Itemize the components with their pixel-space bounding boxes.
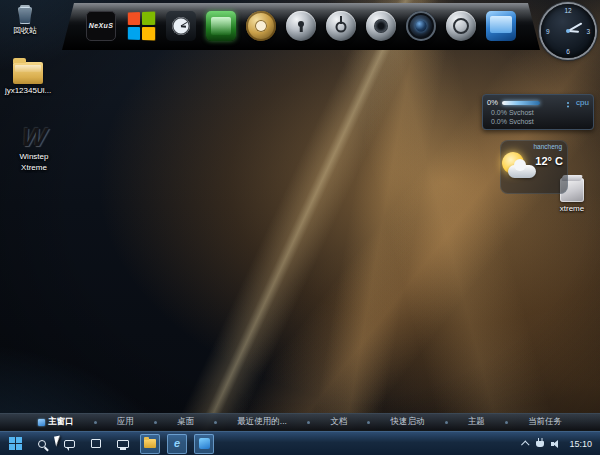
ring-button-icon[interactable] — [446, 11, 476, 41]
tab-label: 主窗口 — [48, 416, 74, 428]
recycle-green-icon[interactable] — [206, 11, 236, 41]
volume-icon[interactable] — [551, 439, 562, 449]
tab-separator — [214, 421, 217, 424]
tab-desktop[interactable]: 桌面 — [177, 416, 194, 428]
nexus-logo-label: NeXuS — [89, 22, 114, 29]
start-button[interactable] — [5, 434, 25, 454]
chat-icon — [64, 440, 75, 448]
browser-icon: e — [174, 438, 180, 449]
tab-documents[interactable]: 文档 — [330, 416, 347, 428]
nexus-logo-icon[interactable]: NeXuS — [86, 11, 116, 41]
cpu-process-1: 0.0% Svchost — [487, 108, 589, 117]
tab-separator — [307, 421, 310, 424]
recycle-bin-label: 回收站 — [13, 26, 37, 35]
cpu-usage-bar — [502, 101, 540, 105]
clock-icon[interactable] — [166, 11, 196, 41]
taskbar: e 15:10 — [0, 431, 600, 455]
ornate-clock-icon[interactable] — [246, 11, 276, 41]
analog-clock-widget[interactable]: 12 3 6 9 — [541, 4, 595, 58]
monitor-icon — [117, 440, 129, 448]
tab-separator — [445, 421, 448, 424]
tab-separator — [367, 421, 370, 424]
winstep-label-line1: Winstep — [20, 152, 49, 161]
folder-icon — [144, 439, 156, 448]
taskbar-app-browser[interactable]: e — [167, 434, 187, 454]
tab-recent[interactable]: 最近使用的... — [237, 416, 287, 428]
weather-widget[interactable]: hancheng 12° C — [500, 140, 568, 194]
clock-number-3: 3 — [586, 28, 590, 35]
desktop-icon-recycle-bin[interactable]: 回收站 — [2, 4, 48, 35]
tab-label: 文档 — [330, 416, 347, 428]
tab-label: 最近使用的... — [237, 416, 287, 428]
cpu-meter-widget[interactable]: 0% cpu 0.0% Svchost 0.0% Svchost — [482, 94, 594, 130]
clock-number-9: 9 — [546, 28, 550, 35]
media-icon — [199, 438, 210, 449]
search-button[interactable] — [32, 434, 52, 454]
weather-location: hancheng — [533, 143, 562, 150]
search-icon — [38, 440, 46, 448]
power-button-icon[interactable] — [326, 11, 356, 41]
nexus-dock: NeXuS — [62, 3, 540, 50]
wallpaper-vignette — [0, 0, 600, 455]
tab-main-window[interactable]: 主窗口 — [38, 416, 74, 428]
cpu-widget-label: cpu — [576, 98, 589, 107]
taskview-icon — [91, 439, 101, 448]
desktop-icon-folder[interactable]: jyx12345Ul... — [4, 62, 52, 95]
main-window-icon — [38, 419, 45, 426]
power-plug-icon[interactable] — [536, 438, 544, 449]
dock-tab-bar: 主窗口 应用 桌面 最近使用的... 文档 快速启动 主题 当前任务 — [0, 413, 600, 431]
tab-label: 桌面 — [177, 416, 194, 428]
cloud-icon — [508, 165, 536, 178]
windows-start-icon — [9, 437, 22, 450]
windows-logo-icon[interactable] — [127, 10, 156, 41]
clock-number-6: 6 — [566, 48, 570, 55]
camera-lens-icon[interactable] — [406, 11, 436, 41]
clock-pin — [566, 29, 570, 33]
weather-temperature: 12° C — [535, 155, 563, 167]
folder-label: jyx12345Ul... — [5, 86, 51, 95]
taskview-button[interactable] — [86, 434, 106, 454]
speaker-button-icon[interactable] — [366, 11, 396, 41]
tab-quick-launch[interactable]: 快速启动 — [390, 416, 424, 428]
tab-applications[interactable]: 应用 — [117, 416, 134, 428]
desktop: NeXuS 12 3 — [0, 0, 600, 455]
tab-label: 快速启动 — [390, 416, 424, 428]
tab-separator — [505, 421, 508, 424]
chevron-up-icon[interactable] — [522, 440, 530, 448]
monitor-button[interactable] — [113, 434, 133, 454]
clock-time[interactable]: 15:10 — [569, 439, 592, 449]
tab-separator — [94, 421, 97, 424]
tab-label: 应用 — [117, 416, 134, 428]
tab-label: 主题 — [468, 416, 485, 428]
display-icon[interactable] — [486, 11, 516, 41]
desktop-icon-winstep[interactable]: W Winstep Xtreme — [6, 124, 62, 172]
clock-face: 12 3 6 9 — [541, 4, 595, 58]
tab-themes[interactable]: 主题 — [468, 416, 485, 428]
taskbar-app-folder[interactable] — [140, 434, 160, 454]
winstep-label-line2: Xtreme — [21, 163, 47, 172]
folder-icon — [13, 62, 43, 84]
clock-number-12: 12 — [564, 7, 571, 14]
tab-current-tasks[interactable]: 当前任务 — [528, 416, 562, 428]
chat-button[interactable] — [59, 434, 79, 454]
tab-label: 当前任务 — [528, 416, 562, 428]
recycle-bin-icon — [15, 4, 35, 24]
lock-button-icon[interactable] — [286, 11, 316, 41]
cpu-percent: 0% — [487, 98, 498, 107]
winstep-logo-icon: W — [20, 124, 47, 150]
taskbar-app-media[interactable] — [194, 434, 214, 454]
cpu-process-2: 0.0% Svchost — [487, 117, 589, 126]
tab-separator — [154, 421, 157, 424]
xtreme-label: xtreme — [560, 204, 584, 213]
cpu-dots-icon — [567, 102, 569, 104]
